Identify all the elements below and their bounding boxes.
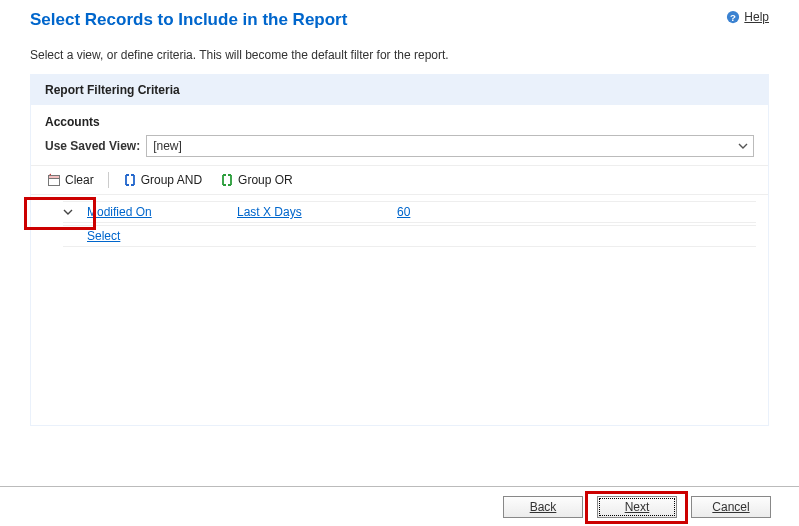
group-or-label: Group OR [238,173,293,187]
clear-label: Clear [65,173,94,187]
criteria-panel: Report Filtering Criteria Accounts Use S… [30,74,769,426]
row-expand-toggle[interactable] [63,207,87,217]
criteria-select-link[interactable]: Select [87,229,120,243]
criteria-field-link[interactable]: Modified On [87,205,237,219]
panel-header: Report Filtering Criteria [31,75,768,105]
wizard-footer: Back Next Cancel [0,486,799,526]
cancel-button[interactable]: Cancel [691,496,771,518]
help-link[interactable]: ? Help [726,10,769,24]
criteria-row: Modified On Last X Days 60 [63,201,756,223]
toolbar-divider [108,172,109,188]
clear-icon [47,173,61,187]
group-and-label: Group AND [141,173,202,187]
section-accounts: Accounts [31,105,768,133]
svg-text:?: ? [730,12,736,23]
help-icon: ? [726,10,740,24]
next-button[interactable]: Next [597,496,677,518]
group-and-icon [123,173,137,187]
clear-button[interactable]: Clear [43,171,98,189]
instruction-text: Select a view, or define criteria. This … [0,30,799,74]
criteria-new-row: Select [63,225,756,247]
criteria-value-link[interactable]: 60 [397,205,497,219]
saved-view-label: Use Saved View: [45,139,140,153]
back-button[interactable]: Back [503,496,583,518]
criteria-operator-link[interactable]: Last X Days [237,205,397,219]
svg-rect-3 [49,176,60,179]
criteria-toolbar: Clear Group AND Group OR [31,165,768,195]
group-and-button[interactable]: Group AND [119,171,206,189]
page-title: Select Records to Include in the Report [30,10,347,30]
criteria-area: Modified On Last X Days 60 Select [31,195,768,425]
group-or-icon [220,173,234,187]
help-label: Help [744,10,769,24]
saved-view-select[interactable]: [new] [146,135,754,157]
group-or-button[interactable]: Group OR [216,171,297,189]
